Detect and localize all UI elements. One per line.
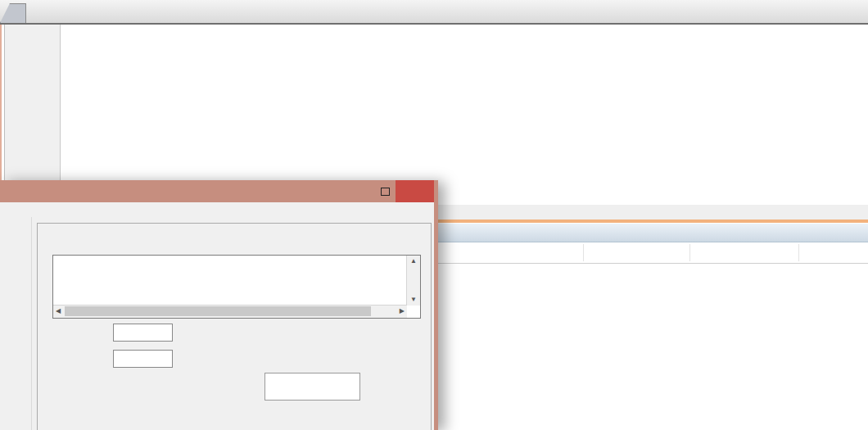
- dialog-titlebar[interactable]: [0, 180, 434, 202]
- code-editor[interactable]: [0, 25, 868, 205]
- scroll-right-icon[interactable]: ▶: [400, 307, 405, 315]
- listbox-vscrollbar[interactable]: ▲ ▼: [406, 256, 420, 306]
- dialog-body: ▲ ▼ ◀ ▶: [0, 202, 434, 430]
- listbox-hscrollbar-thumb[interactable]: [65, 306, 371, 316]
- param1-input[interactable]: [113, 324, 173, 342]
- maximize-button[interactable]: [374, 180, 396, 202]
- ide-window: ▲ ▼ ◀ ▶: [0, 0, 868, 430]
- scroll-up-icon[interactable]: ▲: [407, 257, 420, 265]
- function-listbox[interactable]: ▲ ▼ ◀ ▶: [52, 255, 421, 319]
- callstack-column-headers: [419, 242, 868, 264]
- maximize-icon: [381, 188, 390, 196]
- callstack-panel-title[interactable]: [419, 224, 868, 242]
- column-separator[interactable]: [689, 244, 690, 261]
- scroll-left-icon[interactable]: ◀: [56, 307, 61, 315]
- file-tab-bar: [0, 0, 868, 25]
- editor-gutter: [4, 25, 61, 205]
- return-value-input[interactable]: [264, 373, 360, 401]
- listbox-hscrollbar[interactable]: ◀ ▶: [53, 305, 407, 318]
- debug-function-groupbox: ▲ ▼ ◀ ▶: [37, 223, 432, 430]
- dialog-left-divider: [31, 217, 32, 430]
- scroll-down-icon[interactable]: ▼: [407, 296, 420, 304]
- tab-stub: [0, 3, 26, 23]
- callstack-panel: [419, 224, 868, 430]
- column-separator[interactable]: [798, 244, 799, 261]
- window-frame-strip: [0, 25, 2, 205]
- close-button[interactable]: [396, 180, 434, 202]
- minimize-button[interactable]: [353, 180, 374, 202]
- debug-function-dialog: ▲ ▼ ◀ ▶: [0, 180, 438, 430]
- param2-input[interactable]: [113, 350, 173, 368]
- column-separator[interactable]: [583, 244, 584, 261]
